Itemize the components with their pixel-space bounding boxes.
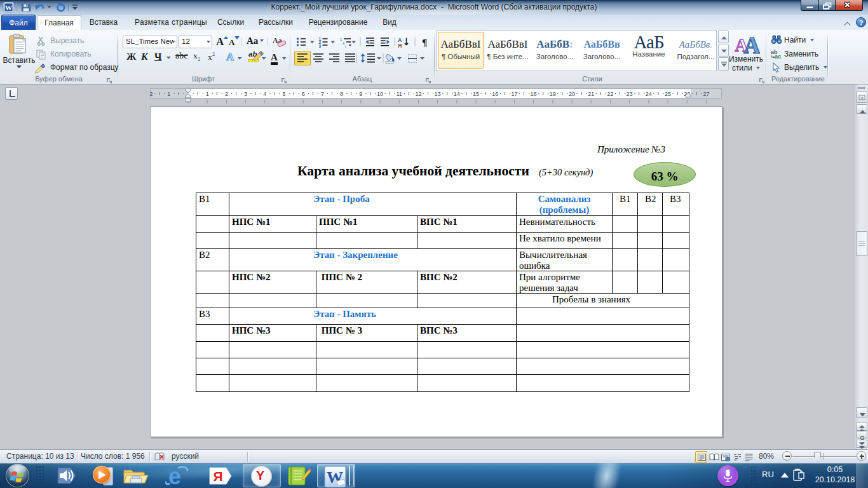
svg-text:11: 11 xyxy=(397,91,402,97)
svg-text:21: 21 xyxy=(588,91,594,97)
svg-text:18: 18 xyxy=(531,91,537,97)
svg-text:12: 12 xyxy=(415,91,421,97)
svg-text:4: 4 xyxy=(263,91,266,97)
svg-text:ac: ac xyxy=(775,53,781,59)
svg-text:19: 19 xyxy=(550,91,556,97)
svg-text:3: 3 xyxy=(319,44,322,48)
svg-text:i: i xyxy=(345,44,346,48)
svg-text:15: 15 xyxy=(473,91,479,97)
svg-text:¶: ¶ xyxy=(422,37,427,48)
svg-text:14: 14 xyxy=(454,91,460,97)
svg-text:20: 20 xyxy=(569,91,575,97)
svg-text:27: 27 xyxy=(703,91,709,97)
svg-text:8: 8 xyxy=(340,91,343,97)
svg-text:24: 24 xyxy=(646,91,652,97)
svg-text:13: 13 xyxy=(435,91,441,97)
svg-text:Я: Я xyxy=(398,43,402,48)
svg-text:10: 10 xyxy=(377,91,383,97)
svg-text:6: 6 xyxy=(302,91,305,97)
svg-text:16: 16 xyxy=(492,91,498,97)
svg-text:Я: Я xyxy=(214,469,223,484)
svg-text:А: А xyxy=(743,32,760,54)
svg-text:22: 22 xyxy=(607,91,613,97)
svg-text:W: W xyxy=(5,4,12,11)
svg-text:9: 9 xyxy=(359,91,362,97)
svg-text:25: 25 xyxy=(665,91,671,97)
svg-text:3: 3 xyxy=(244,91,247,97)
svg-text:2: 2 xyxy=(225,91,228,97)
svg-text:23: 23 xyxy=(627,91,633,97)
svg-text:17: 17 xyxy=(511,91,517,97)
svg-text:5: 5 xyxy=(282,91,285,97)
svg-text:2: 2 xyxy=(150,91,153,97)
svg-text:1: 1 xyxy=(167,91,170,97)
svg-text:1: 1 xyxy=(206,91,209,97)
svg-text:7: 7 xyxy=(321,91,324,97)
